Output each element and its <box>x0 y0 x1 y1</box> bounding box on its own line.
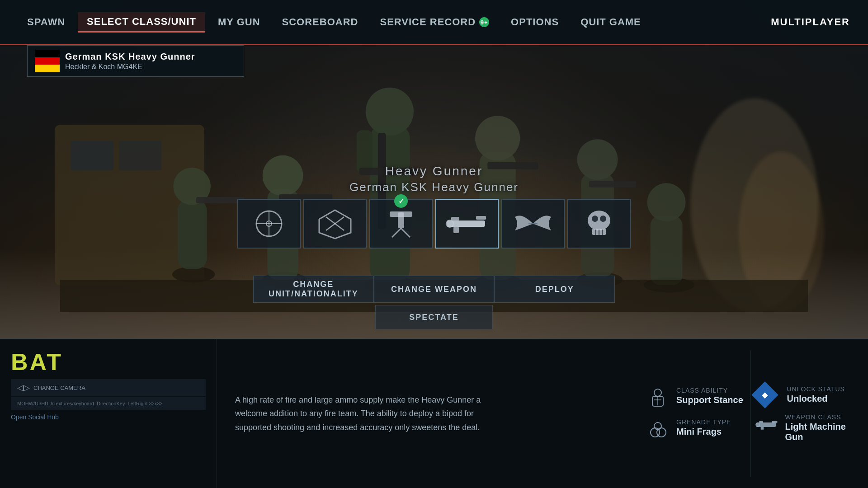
class-info-text: German KSK Heavy Gunner Heckler & Koch M… <box>65 52 195 71</box>
change-camera-label: CHANGE CAMERA <box>33 385 85 391</box>
unlock-diamond-icon: ◆ <box>751 381 778 408</box>
class-ability-content: Class Ability Support Stance <box>676 387 743 405</box>
unlock-status-row: ◆ Unlock Status Unlocked <box>755 385 855 404</box>
unlock-status-content: Unlock Status Unlocked <box>787 385 845 404</box>
grenade-type-icon <box>646 418 669 441</box>
stats-col-left: Class Ability Support Stance Gren <box>646 350 746 477</box>
scope-icon <box>249 208 289 239</box>
svg-point-48 <box>588 211 610 230</box>
svg-point-50 <box>592 216 598 222</box>
svg-rect-39 <box>390 211 412 217</box>
grenade-type-content: Grenade Type Mini Frags <box>676 418 731 437</box>
weapon-card-bipod[interactable]: ✓ <box>369 199 433 249</box>
weapon-class-value: Light Machine Gun <box>785 422 855 442</box>
flag-de <box>35 50 60 72</box>
bipod-icon <box>381 208 421 239</box>
action-buttons: Change Unit/Nationality Change Weapon De… <box>253 276 615 303</box>
skull-icon <box>579 208 619 239</box>
grenade-type-row: Grenade Type Mini Frags <box>646 418 746 441</box>
deploy-button[interactable]: Deploy <box>494 276 615 303</box>
weapon-card-wings[interactable] <box>501 199 565 249</box>
weapon-select-row: ✓ <box>237 199 631 249</box>
service-record-badge: 9+ <box>479 17 489 27</box>
navbar: Spawn Select Class/Unit My Gun Scoreboar… <box>0 0 868 45</box>
ability-description: A high rate of fire and large ammo suppl… <box>235 393 488 435</box>
camera-hint: ◁▷ CHANGE CAMERA <box>11 379 206 396</box>
bottom-left: BAT ◁▷ CHANGE CAMERA MOHW/UI/HUD/Texture… <box>0 339 217 488</box>
camera-icon: ◁▷ <box>17 383 30 393</box>
explosive-icon <box>315 208 355 239</box>
nav-my-gun[interactable]: My Gun <box>209 13 269 32</box>
svg-rect-64 <box>759 421 763 422</box>
svg-rect-4 <box>178 200 207 269</box>
weapon-class-icon <box>755 413 778 436</box>
stats-inner: Class Ability Support Stance Gren <box>646 350 854 477</box>
stats-col-right: ◆ Unlock Status Unlocked <box>755 350 855 477</box>
spectate-button[interactable]: Spectate <box>375 305 493 330</box>
class-name-label: German KSK Heavy Gunner <box>65 52 195 62</box>
svg-point-13 <box>366 88 414 136</box>
svg-point-51 <box>600 216 606 222</box>
bottom-center: A high rate of fire and large ammo suppl… <box>217 339 633 488</box>
class-ability-value: Support Stance <box>676 395 743 405</box>
bottom-panel: BAT ◁▷ CHANGE CAMERA MOHW/UI/HUD/Texture… <box>0 339 868 488</box>
weapon-class-content: Weapon Class Light Machine Gun <box>785 413 855 442</box>
unlock-status-label: Unlock Status <box>787 385 845 393</box>
camera-hint-path: MOHW/UI/HUD/Textures/keyboard_DirectionK… <box>11 397 206 410</box>
weapon-card-explosive[interactable] <box>303 199 367 249</box>
svg-rect-43 <box>476 216 486 220</box>
nav-scoreboard[interactable]: Scoreboard <box>273 13 368 32</box>
svg-rect-26 <box>651 216 683 285</box>
svg-line-40 <box>392 228 401 237</box>
center-labels: Heavy Gunner German KSK Heavy Gunner <box>0 164 868 194</box>
stats-divider <box>750 350 751 477</box>
mode-label: Multiplayer <box>771 16 850 28</box>
bottom-right-stats: Class Ability Support Stance Gren <box>633 339 868 488</box>
weapon-card-skull[interactable] <box>567 199 631 249</box>
weapon-card-check-icon: ✓ <box>394 194 408 208</box>
svg-rect-44 <box>451 217 459 221</box>
class-ability-icon <box>646 387 669 409</box>
svg-rect-63 <box>772 421 777 423</box>
flag-black-stripe <box>35 50 60 57</box>
wings-icon <box>513 208 553 239</box>
flag-icon <box>35 50 60 72</box>
svg-point-55 <box>654 389 661 396</box>
unit-full-name-label: German KSK Heavy Gunner <box>349 180 519 194</box>
flag-red-stripe <box>35 57 60 65</box>
class-weapon-label: Heckler & Koch MG4KE <box>65 63 195 71</box>
nav-select-class[interactable]: Select Class/Unit <box>78 12 205 33</box>
unlock-diamond-inner: ◆ <box>762 390 768 400</box>
nav-quit[interactable]: Quit Game <box>571 13 650 32</box>
class-ability-label: Class Ability <box>676 387 743 394</box>
flag-gold-stripe <box>35 65 60 72</box>
open-social-label[interactable]: Open Social Hub <box>11 413 206 421</box>
grenade-type-value: Mini Frags <box>676 427 731 437</box>
unlock-status-value: Unlocked <box>787 394 845 404</box>
svg-rect-45 <box>453 227 459 233</box>
svg-point-19 <box>475 116 520 160</box>
class-ability-row: Class Ability Support Stance <box>646 387 746 409</box>
class-panel: German KSK Heavy Gunner Heckler & Koch M… <box>27 45 244 77</box>
bat-label: BAT <box>11 348 206 375</box>
lmg-icon <box>444 208 490 239</box>
weapon-card-scope[interactable] <box>237 199 301 249</box>
nav-service-record[interactable]: Service Record 9+ <box>371 13 498 32</box>
svg-rect-65 <box>760 427 764 430</box>
grenade-type-label: Grenade Type <box>676 418 731 426</box>
nav-items: Spawn Select Class/Unit My Gun Scoreboar… <box>18 12 771 33</box>
weapon-class-label: Weapon Class <box>785 413 855 421</box>
weapon-card-lmg[interactable] <box>435 199 499 249</box>
nav-options[interactable]: Options <box>502 13 568 32</box>
weapon-class-row: Weapon Class Light Machine Gun <box>755 413 855 442</box>
change-weapon-button[interactable]: Change Weapon <box>374 276 495 303</box>
svg-line-41 <box>401 228 410 237</box>
change-unit-button[interactable]: Change Unit/Nationality <box>253 276 374 303</box>
nav-spawn[interactable]: Spawn <box>18 13 74 32</box>
unit-type-label: Heavy Gunner <box>385 164 483 178</box>
